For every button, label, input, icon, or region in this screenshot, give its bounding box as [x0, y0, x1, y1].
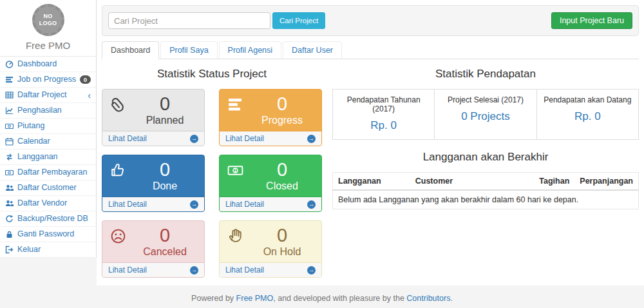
- sidebar-menu: Dashboard Job on Progress 0 Daftar Proje…: [0, 57, 96, 258]
- lihat-detail-on-hold[interactable]: Lihat Detail →: [220, 262, 321, 277]
- status-card-planned: 0 Planned Lihat Detail →: [102, 89, 205, 146]
- lihat-detail-canceled[interactable]: Lihat Detail →: [102, 262, 204, 277]
- col-langganan: Langganan: [333, 173, 410, 191]
- tab-profil-saya[interactable]: Profil Saya: [160, 41, 217, 59]
- status-label: Progress: [243, 115, 321, 126]
- thumbs-up-icon: [109, 162, 127, 182]
- line-chart-icon: [5, 106, 14, 115]
- sidebar-item-keluar[interactable]: Keluar: [0, 242, 96, 257]
- tasks-icon: [5, 75, 14, 84]
- tab-dashboard[interactable]: Dashboard: [102, 41, 159, 59]
- repeat-icon: [5, 153, 14, 161]
- status-label: Canceled: [126, 246, 204, 258]
- lihat-detail-planned[interactable]: Lihat Detail →: [102, 131, 204, 146]
- arrow-circle-right-icon: →: [307, 135, 316, 143]
- brand: NO LOGO Free PMO: [0, 0, 96, 57]
- col-tagihan: Tagihan: [532, 173, 574, 191]
- arrow-circle-right-icon: →: [190, 200, 198, 209]
- arrow-circle-right-icon: →: [190, 266, 198, 274]
- users-icon: [5, 184, 14, 192]
- tab-profil-agensi[interactable]: Profil Agensi: [219, 41, 281, 59]
- sidebar-item-penghasilan[interactable]: Penghasilan: [0, 103, 96, 118]
- new-project-button[interactable]: Input Project Baru: [551, 12, 632, 29]
- sidebar-item-ganti-password[interactable]: Ganti Password: [0, 227, 96, 242]
- status-count: 0: [243, 221, 321, 245]
- stat-pendapatan-akan-datang: Pendapatan akan Datang Rp. 0: [536, 90, 638, 139]
- refresh-icon: [5, 215, 14, 223]
- no-logo-badge: NO LOGO: [32, 4, 64, 36]
- top-search-bar: Cari Project Input Project Baru: [102, 5, 639, 36]
- table-row: Belum ada Langganan yang akan berakhir d…: [333, 190, 639, 209]
- col-perpanjangan: Perpanjangan: [574, 173, 638, 191]
- money-icon: [5, 122, 14, 130]
- income-section: Statistik Pendapatan Pendapatan Tahunan …: [332, 61, 639, 278]
- sidebar: NO LOGO Free PMO Dashboard Job on Progre…: [0, 0, 97, 258]
- stat-project-selesai: Project Selesai (2017) 0 Projects: [434, 90, 536, 139]
- svg-text:1: 1: [234, 168, 237, 173]
- users-icon: [5, 199, 14, 207]
- stat-value-link[interactable]: Rp. 0: [370, 119, 397, 132]
- money-icon: 1: [227, 162, 244, 182]
- sidebar-item-daftar-project[interactable]: Daftar Project ‹: [0, 88, 96, 102]
- status-card-on-hold: 0 On Hold Lihat Detail →: [219, 220, 322, 278]
- free-pmo-link[interactable]: Free PMO: [236, 294, 274, 303]
- status-count: 0: [126, 221, 204, 245]
- status-label: Closed: [243, 180, 321, 192]
- lock-icon: [5, 230, 14, 238]
- sidebar-item-piutang[interactable]: Piutang: [0, 119, 96, 133]
- sidebar-item-job-on-progress[interactable]: Job on Progress 0: [0, 72, 96, 87]
- sidebar-item-langganan[interactable]: Langganan: [0, 149, 96, 164]
- sidebar-item-calendar[interactable]: Calendar: [0, 134, 96, 149]
- sidebar-item-daftar-pembayaran[interactable]: Daftar Pembayaran: [0, 165, 96, 180]
- empty-message: Belum ada Langganan yang akan berakhir d…: [333, 190, 639, 209]
- tab-daftar-user[interactable]: Daftar User: [283, 41, 342, 59]
- sidebar-item-daftar-customer[interactable]: Daftar Customer: [0, 180, 96, 195]
- status-card-closed: 1 0 Closed Lihat Detail →: [219, 155, 322, 212]
- main-content: Cari Project Input Project Baru Dashboar…: [97, 0, 644, 285]
- search-input[interactable]: [108, 12, 270, 29]
- income-section-title: Statistik Pendapatan: [332, 68, 639, 81]
- dashboard-icon: [5, 60, 14, 68]
- subscription-section-title: Langganan akan Berakhir: [332, 151, 639, 164]
- table-icon: [5, 91, 14, 99]
- status-card-canceled: 0 Canceled Lihat Detail →: [102, 220, 205, 278]
- stat-value-link[interactable]: 0 Projects: [461, 110, 510, 123]
- sidebar-item-daftar-vendor[interactable]: Daftar Vendor: [0, 196, 96, 211]
- arrow-circle-right-icon: →: [190, 135, 198, 143]
- paperclip-icon: [109, 96, 127, 116]
- lihat-detail-progress[interactable]: Lihat Detail →: [220, 131, 321, 146]
- contributors-link[interactable]: Contributors: [406, 294, 450, 303]
- job-count-badge: 0: [80, 75, 91, 84]
- chevron-left-icon: ‹: [88, 92, 91, 99]
- free-pmo-dashboard: NO LOGO Free PMO Dashboard Job on Progre…: [0, 0, 644, 308]
- logo-text: NO LOGO: [38, 13, 59, 27]
- status-count: 0: [243, 155, 321, 179]
- stat-pendapatan-tahunan: Pendapatan Tahunan (2017) Rp. 0: [333, 90, 434, 139]
- lihat-detail-done[interactable]: Lihat Detail →: [102, 197, 204, 211]
- stat-value-link[interactable]: Rp. 0: [574, 110, 601, 123]
- arrow-circle-right-icon: →: [307, 266, 316, 274]
- status-count: 0: [126, 90, 204, 113]
- status-label: Done: [126, 180, 204, 192]
- status-count: 0: [126, 155, 204, 179]
- tasks-icon: [227, 96, 243, 115]
- tab-bar: Dashboard Profil Saya Profil Agensi Daft…: [102, 41, 639, 59]
- status-card-progress: 0 Progress Lihat Detail →: [219, 89, 322, 146]
- subscription-table: Langganan Customer Tagihan Perpanjangan …: [332, 172, 639, 209]
- sidebar-item-dashboard[interactable]: Dashboard: [0, 57, 96, 72]
- calendar-icon: [5, 137, 14, 146]
- arrow-circle-right-icon: →: [307, 200, 316, 209]
- sidebar-item-backup-restore[interactable]: Backup/Restore DB: [0, 211, 96, 226]
- money-icon: [5, 168, 14, 177]
- search-button[interactable]: Cari Project: [272, 12, 325, 29]
- sign-out-icon: [5, 245, 14, 254]
- hand-icon: [227, 227, 244, 247]
- status-section: Statistik Status Project 0 Planned Lihat…: [102, 61, 322, 278]
- status-section-title: Statistik Status Project: [102, 68, 322, 81]
- status-label: Planned: [126, 115, 204, 126]
- col-customer: Customer: [410, 173, 532, 191]
- page-footer: Powered by Free PMO, and developed with …: [0, 285, 644, 308]
- status-label: On Hold: [243, 246, 321, 258]
- lihat-detail-closed[interactable]: Lihat Detail →: [220, 197, 321, 211]
- app-name: Free PMO: [0, 40, 96, 51]
